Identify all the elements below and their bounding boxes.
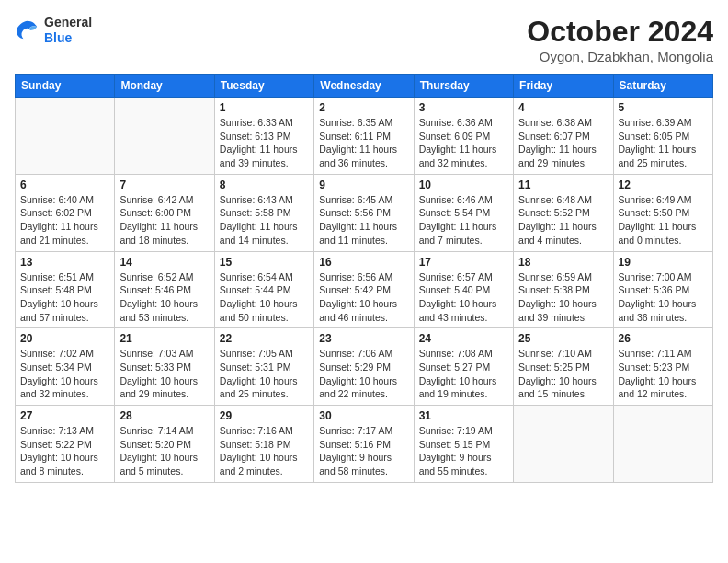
day-detail: Sunrise: 7:17 AM Sunset: 5:16 PM Dayligh… bbox=[319, 424, 408, 478]
day-detail: Sunrise: 7:11 AM Sunset: 5:23 PM Dayligh… bbox=[619, 347, 708, 401]
day-detail: Sunrise: 7:05 AM Sunset: 5:31 PM Dayligh… bbox=[220, 347, 309, 401]
calendar-day-cell: 21Sunrise: 7:03 AM Sunset: 5:33 PM Dayli… bbox=[115, 328, 214, 406]
calendar-week-row: 27Sunrise: 7:13 AM Sunset: 5:22 PM Dayli… bbox=[16, 406, 713, 483]
month-title: October 2024 bbox=[527, 15, 713, 49]
day-number: 6 bbox=[20, 178, 109, 191]
day-detail: Sunrise: 7:03 AM Sunset: 5:33 PM Dayligh… bbox=[119, 347, 209, 401]
day-detail: Sunrise: 7:08 AM Sunset: 5:27 PM Dayligh… bbox=[419, 347, 508, 401]
calendar-day-cell: 12Sunrise: 6:49 AM Sunset: 5:50 PM Dayli… bbox=[613, 174, 712, 251]
day-detail: Sunrise: 6:46 AM Sunset: 5:54 PM Dayligh… bbox=[419, 193, 508, 247]
day-number: 12 bbox=[619, 178, 708, 191]
day-number: 5 bbox=[619, 101, 708, 114]
day-number: 3 bbox=[419, 101, 508, 114]
day-detail: Sunrise: 6:40 AM Sunset: 6:02 PM Dayligh… bbox=[20, 193, 109, 247]
calendar-day-cell: 18Sunrise: 6:59 AM Sunset: 5:38 PM Dayli… bbox=[514, 251, 613, 328]
calendar-week-row: 1Sunrise: 6:33 AM Sunset: 6:13 PM Daylig… bbox=[16, 98, 713, 175]
day-number: 11 bbox=[518, 178, 608, 191]
day-number: 7 bbox=[119, 178, 209, 191]
day-number: 4 bbox=[518, 101, 608, 114]
calendar-day-cell: 20Sunrise: 7:02 AM Sunset: 5:34 PM Dayli… bbox=[16, 328, 115, 406]
calendar-week-row: 20Sunrise: 7:02 AM Sunset: 5:34 PM Dayli… bbox=[16, 328, 713, 406]
calendar-day-cell: 4Sunrise: 6:38 AM Sunset: 6:07 PM Daylig… bbox=[514, 98, 613, 175]
day-detail: Sunrise: 6:33 AM Sunset: 6:13 PM Dayligh… bbox=[220, 116, 309, 170]
calendar-table: SundayMondayTuesdayWednesdayThursdayFrid… bbox=[15, 74, 713, 483]
day-number: 19 bbox=[619, 256, 708, 269]
day-detail: Sunrise: 6:42 AM Sunset: 6:00 PM Dayligh… bbox=[119, 193, 209, 247]
logo: General Blue bbox=[15, 15, 92, 46]
day-number: 1 bbox=[220, 101, 309, 114]
day-detail: Sunrise: 6:49 AM Sunset: 5:50 PM Dayligh… bbox=[619, 193, 708, 247]
logo-icon bbox=[15, 19, 40, 41]
page-header: General Blue October 2024 Oygon, Dzabkha… bbox=[15, 15, 713, 64]
day-number: 10 bbox=[419, 178, 508, 191]
day-detail: Sunrise: 6:52 AM Sunset: 5:46 PM Dayligh… bbox=[119, 270, 209, 325]
day-detail: Sunrise: 6:48 AM Sunset: 5:52 PM Dayligh… bbox=[518, 193, 608, 247]
day-number: 23 bbox=[319, 332, 408, 345]
calendar-day-cell bbox=[514, 406, 613, 483]
calendar-day-cell: 1Sunrise: 6:33 AM Sunset: 6:13 PM Daylig… bbox=[214, 98, 313, 175]
calendar-day-cell: 2Sunrise: 6:35 AM Sunset: 6:11 PM Daylig… bbox=[314, 98, 414, 175]
calendar-day-cell: 14Sunrise: 6:52 AM Sunset: 5:46 PM Dayli… bbox=[115, 251, 214, 328]
day-number: 15 bbox=[220, 256, 309, 269]
day-detail: Sunrise: 7:19 AM Sunset: 5:15 PM Dayligh… bbox=[419, 424, 508, 478]
calendar-day-cell: 16Sunrise: 6:56 AM Sunset: 5:42 PM Dayli… bbox=[314, 251, 414, 328]
calendar-day-cell: 6Sunrise: 6:40 AM Sunset: 6:02 PM Daylig… bbox=[16, 174, 115, 251]
day-number: 31 bbox=[419, 409, 508, 422]
day-number: 30 bbox=[319, 409, 408, 422]
day-number: 25 bbox=[518, 332, 608, 345]
calendar-week-row: 6Sunrise: 6:40 AM Sunset: 6:02 PM Daylig… bbox=[16, 174, 713, 251]
day-detail: Sunrise: 7:00 AM Sunset: 5:36 PM Dayligh… bbox=[619, 270, 708, 325]
day-of-week-header: Wednesday bbox=[314, 75, 414, 98]
calendar-day-cell: 24Sunrise: 7:08 AM Sunset: 5:27 PM Dayli… bbox=[414, 328, 513, 406]
day-number: 26 bbox=[619, 332, 708, 345]
calendar-day-cell: 13Sunrise: 6:51 AM Sunset: 5:48 PM Dayli… bbox=[16, 251, 115, 328]
calendar-day-cell: 23Sunrise: 7:06 AM Sunset: 5:29 PM Dayli… bbox=[314, 328, 414, 406]
calendar-day-cell: 7Sunrise: 6:42 AM Sunset: 6:00 PM Daylig… bbox=[115, 174, 214, 251]
day-number: 28 bbox=[119, 409, 209, 422]
day-number: 21 bbox=[119, 332, 209, 345]
day-number: 9 bbox=[319, 178, 408, 191]
calendar-day-cell: 5Sunrise: 6:39 AM Sunset: 6:05 PM Daylig… bbox=[613, 98, 712, 175]
day-of-week-header: Friday bbox=[514, 75, 613, 98]
calendar-day-cell: 28Sunrise: 7:14 AM Sunset: 5:20 PM Dayli… bbox=[115, 406, 214, 483]
day-detail: Sunrise: 6:35 AM Sunset: 6:11 PM Dayligh… bbox=[319, 116, 408, 170]
day-number: 22 bbox=[220, 332, 309, 345]
logo-text: General Blue bbox=[44, 15, 92, 46]
calendar-day-cell: 11Sunrise: 6:48 AM Sunset: 5:52 PM Dayli… bbox=[514, 174, 613, 251]
day-detail: Sunrise: 7:16 AM Sunset: 5:18 PM Dayligh… bbox=[220, 424, 309, 478]
calendar-day-cell bbox=[115, 98, 214, 175]
day-number: 17 bbox=[419, 256, 508, 269]
day-of-week-header: Tuesday bbox=[214, 75, 313, 98]
day-detail: Sunrise: 6:56 AM Sunset: 5:42 PM Dayligh… bbox=[319, 270, 408, 325]
day-number: 18 bbox=[518, 256, 608, 269]
day-number: 20 bbox=[20, 332, 109, 345]
day-number: 8 bbox=[220, 178, 309, 191]
day-number: 27 bbox=[20, 409, 109, 422]
calendar-day-cell: 8Sunrise: 6:43 AM Sunset: 5:58 PM Daylig… bbox=[214, 174, 313, 251]
calendar-day-cell: 30Sunrise: 7:17 AM Sunset: 5:16 PM Dayli… bbox=[314, 406, 414, 483]
calendar-day-cell: 29Sunrise: 7:16 AM Sunset: 5:18 PM Dayli… bbox=[214, 406, 313, 483]
calendar-day-cell bbox=[613, 406, 712, 483]
day-number: 14 bbox=[119, 256, 209, 269]
calendar-day-cell: 17Sunrise: 6:57 AM Sunset: 5:40 PM Dayli… bbox=[414, 251, 513, 328]
day-detail: Sunrise: 6:59 AM Sunset: 5:38 PM Dayligh… bbox=[518, 270, 608, 325]
day-number: 13 bbox=[20, 256, 109, 269]
calendar-day-cell: 15Sunrise: 6:54 AM Sunset: 5:44 PM Dayli… bbox=[214, 251, 313, 328]
day-detail: Sunrise: 6:45 AM Sunset: 5:56 PM Dayligh… bbox=[319, 193, 408, 247]
title-block: October 2024 Oygon, Dzabkhan, Mongolia bbox=[527, 15, 713, 64]
calendar-day-cell: 9Sunrise: 6:45 AM Sunset: 5:56 PM Daylig… bbox=[314, 174, 414, 251]
calendar-week-row: 13Sunrise: 6:51 AM Sunset: 5:48 PM Dayli… bbox=[16, 251, 713, 328]
day-detail: Sunrise: 7:14 AM Sunset: 5:20 PM Dayligh… bbox=[119, 424, 209, 478]
day-detail: Sunrise: 6:36 AM Sunset: 6:09 PM Dayligh… bbox=[419, 116, 508, 170]
day-detail: Sunrise: 7:10 AM Sunset: 5:25 PM Dayligh… bbox=[518, 347, 608, 401]
day-of-week-header: Sunday bbox=[16, 75, 115, 98]
day-of-week-header: Saturday bbox=[613, 75, 712, 98]
calendar-day-cell: 26Sunrise: 7:11 AM Sunset: 5:23 PM Dayli… bbox=[613, 328, 712, 406]
day-detail: Sunrise: 7:06 AM Sunset: 5:29 PM Dayligh… bbox=[319, 347, 408, 401]
day-number: 16 bbox=[319, 256, 408, 269]
calendar-day-cell: 10Sunrise: 6:46 AM Sunset: 5:54 PM Dayli… bbox=[414, 174, 513, 251]
day-detail: Sunrise: 6:39 AM Sunset: 6:05 PM Dayligh… bbox=[619, 116, 708, 170]
day-number: 24 bbox=[419, 332, 508, 345]
day-detail: Sunrise: 6:51 AM Sunset: 5:48 PM Dayligh… bbox=[20, 270, 109, 325]
day-detail: Sunrise: 7:02 AM Sunset: 5:34 PM Dayligh… bbox=[20, 347, 109, 401]
